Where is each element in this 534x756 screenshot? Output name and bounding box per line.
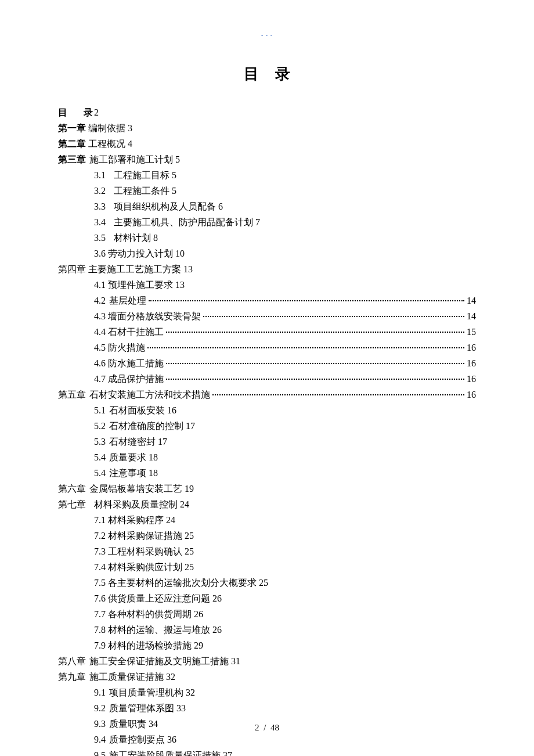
toc-section-title: 防火措施 [108, 343, 145, 352]
dot-leader [166, 379, 464, 380]
toc-entry-ch3-s4: 3.4主要施工机具、防护用品配备计划 7 [58, 214, 476, 230]
toc-page: 37 [223, 750, 232, 756]
toc-section-title: 石材缝密封 [109, 437, 156, 447]
toc-entry-ch4-s3: 4.3 墙面分格放线安装骨架 14 [58, 308, 476, 324]
toc-section-num: 9.1 [94, 685, 106, 700]
dot-leader [147, 347, 464, 348]
toc-section-title: 质量管理体系图 [109, 703, 174, 713]
toc-entry-ch3-s5: 3.5材料计划 8 [58, 230, 476, 246]
toc-section-title: 材料的运输、搬运与堆放 [108, 625, 210, 635]
toc-page: 26 [194, 609, 203, 619]
toc-entry-ch9: 第九章施工质量保证措施 32 [58, 669, 476, 685]
toc-section-num: 7.5 [94, 575, 106, 591]
toc-section-title: 工程施工目标 [114, 170, 169, 180]
footer-total-pages: 48 [270, 723, 279, 732]
toc-chapter-title: 材料采购及质量控制 [94, 499, 178, 509]
toc-section-num: 4.3 [94, 311, 106, 321]
toc-section-num: 5.4 [94, 449, 106, 465]
toc-entry-ch5: 第五章石材安装施工方法和技术措施 16 [58, 387, 476, 402]
toc-section-num: 4.4 [94, 327, 106, 337]
toc-entry-ch3-s6: 3.6 劳动力投入计划 10 [58, 246, 476, 261]
toc-page: 36 [167, 735, 176, 744]
toc-section-num: 3.2 [94, 183, 106, 199]
toc-section-title: 成品保护措施 [108, 374, 164, 384]
toc-section-num: 9.2 [94, 700, 106, 716]
toc-page: 19 [185, 484, 194, 494]
toc-chapter-label: 第六章 [58, 484, 86, 494]
toc-page: 13 [175, 280, 185, 290]
toc-entry-ch5-s5: 5.4注意事项 18 [58, 465, 476, 481]
toc-section-title: 材料的进场检验措施 [108, 640, 192, 650]
toc-section-num: 4.5 [94, 343, 106, 352]
toc-section-title: 工程材料采购确认 [108, 546, 182, 556]
toc-page: 25 [185, 562, 194, 572]
toc-label: 目 [58, 107, 67, 117]
toc-entry-ch4-s7: 4.7 成品保护措施 16 [58, 371, 476, 387]
toc-entry-ch3-s2: 3.2工程施工条件 5 [58, 183, 476, 199]
toc-entry-ch7-s2: 7.2 材料采购保证措施 25 [58, 528, 476, 543]
toc-page: 26 [212, 625, 222, 635]
toc-section-num: 4.6 [94, 358, 106, 368]
toc-page: 24 [180, 499, 189, 509]
toc-section-title: 供货质量上还应注意问题 [108, 593, 210, 603]
toc-page: 6 [218, 201, 223, 211]
toc-page: 4 [128, 139, 132, 149]
toc-entry-ch5-s3: 5.3石材缝密封 17 [58, 434, 476, 449]
toc-section-title: 石材面板安装 [109, 405, 165, 415]
toc-page: 2 [94, 107, 99, 117]
toc-section-num: 5.2 [94, 418, 106, 434]
toc-section-num: 7.2 [94, 528, 106, 543]
toc-section-num: 3.6 [94, 246, 106, 261]
toc-section-title: 项目组织机构及人员配备 [114, 201, 216, 211]
toc-page: 34 [149, 719, 158, 729]
dot-leader [203, 316, 464, 317]
toc-entry-ch4-s1: 4.1 预埋件施工要求 13 [58, 277, 476, 293]
toc-section-title: 质量要求 [109, 452, 146, 462]
toc-chapter-label: 第八章 [58, 656, 86, 666]
toc-container: 目录2 第一章 编制依据 3 第二章 工程概况 4 第三章施工部署和施工计划 5… [58, 105, 476, 756]
toc-section-title: 预埋件施工要求 [108, 280, 173, 290]
toc-chapter-title: 金属铝板幕墙安装工艺 [89, 484, 182, 494]
toc-page: 16 [467, 355, 476, 371]
toc-section-num: 7.6 [94, 591, 106, 606]
toc-section-num: 7.7 [94, 606, 106, 622]
toc-entry-ch8: 第八章施工安全保证措施及文明施工措施 31 [58, 653, 476, 669]
toc-section-num: 7.9 [94, 638, 106, 653]
footer-current-page: 2 [255, 723, 259, 732]
toc-page: 5 [172, 186, 176, 196]
toc-chapter-title: 石材安装施工方法和技术措施 [89, 390, 210, 399]
toc-section-title: 材料采购供应计划 [108, 562, 182, 572]
toc-entry-ch3-s3: 3.3项目组织机构及人员配备 6 [58, 199, 476, 214]
toc-entry-ch9-s1: 9.1项目质量管理机构 32 [58, 685, 476, 700]
toc-page: 3 [128, 123, 132, 133]
toc-chapter-label: 第五章 [58, 390, 86, 399]
toc-page: 31 [231, 656, 240, 666]
dot-leader [166, 332, 464, 333]
toc-page: 16 [467, 387, 476, 402]
toc-entry-ch1: 第一章 编制依据 3 [58, 120, 476, 136]
toc-entry-ch3: 第三章施工部署和施工计划 5 [58, 152, 476, 167]
toc-section-title: 石材准确度的控制 [109, 421, 183, 431]
toc-chapter-label: 第四章 [58, 264, 86, 274]
toc-section-num: 7.3 [94, 543, 106, 559]
toc-entry-ch4-s6: 4.6 防水施工措施 16 [58, 355, 476, 371]
toc-entry-ch4-s4: 4.4 石材干挂施工 15 [58, 324, 476, 340]
toc-entry-ch5-s1: 5.1石材面板安装 16 [58, 402, 476, 418]
toc-section-num: 9.4 [94, 732, 106, 747]
toc-entry-ch7-s3: 7.3 工程材料采购确认 25 [58, 543, 476, 559]
toc-page: 33 [176, 703, 186, 713]
toc-entry-ch6: 第六章金属铝板幕墙安装工艺 19 [58, 481, 476, 496]
toc-entry-ch9-s5: 9.5施工安装阶段质量保证措施 37 [58, 747, 476, 756]
toc-page: 14 [467, 308, 476, 324]
toc-entry-ch3-s1: 3.1工程施工目标 5 [58, 167, 476, 183]
toc-entry-ch7-s7: 7.7 各种材料的供货周期 26 [58, 606, 476, 622]
dot-leader [212, 394, 464, 395]
toc-section-title: 项目质量管理机构 [109, 687, 183, 697]
toc-section-num: 7.4 [94, 559, 106, 575]
toc-chapter-title: 编制依据 [88, 123, 125, 133]
toc-entry-ch5-s4: 5.4质量要求 18 [58, 449, 476, 465]
toc-page: 5 [175, 154, 180, 164]
toc-page: 17 [186, 421, 195, 431]
toc-chapter-title: 施工部署和施工计划 [89, 154, 173, 164]
toc-page: 25 [259, 578, 268, 588]
